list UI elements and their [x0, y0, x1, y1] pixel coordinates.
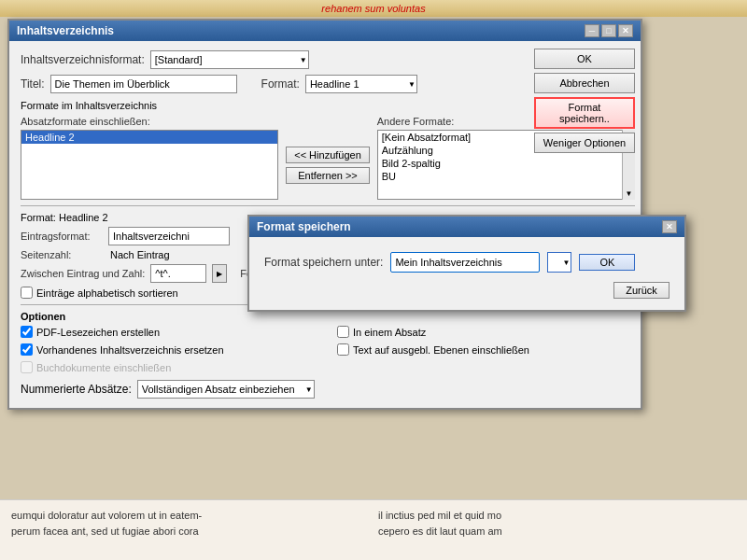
list-item-headline2[interactable]: Headline 2: [21, 131, 277, 144]
sort-label: Einträge alphabetisch sortieren: [36, 287, 178, 299]
checkbox1-label: PDF-Lesezeichen erstellen: [36, 327, 160, 338]
checkbox5[interactable]: [337, 343, 349, 356]
close-button[interactable]: ✕: [618, 24, 633, 37]
checkbox2-label: Vorhandenes Inhaltsverzeichnis ersetzen: [36, 344, 224, 356]
zwischen-expand-btn[interactable]: ▶: [212, 264, 227, 283]
titlebar-buttons: ─ □ ✕: [585, 24, 633, 37]
checkbox3-label: Buchdokumente einschließen: [36, 362, 171, 373]
format-save-label: Format speichern unter:: [264, 256, 383, 269]
main-dialog-title: Inhaltsverzeichnis: [17, 24, 114, 37]
absatz-listbox[interactable]: Headline 2: [21, 130, 278, 200]
main-dialog-titlebar: Inhaltsverzeichnis ─ □ ✕: [9, 21, 641, 41]
check-col-left: PDF-Lesezeichen erstellen Vorhandenes In…: [21, 326, 318, 376]
checkbox4-label: In einem Absatz: [353, 327, 426, 338]
numbering-row: Nummerierte Absätze: Vollständigen Absat…: [21, 380, 635, 399]
weniger-button[interactable]: Weniger Optionen: [534, 133, 635, 153]
scroll-down-arrow[interactable]: ▼: [626, 189, 633, 198]
format-save-body: Format speichern unter: ▼ OK Zurück: [249, 237, 684, 310]
doc-bottom-left-text: eumqui doloratur aut volorem ut in eatem…: [11, 510, 202, 537]
format-right-select[interactable]: Headline 1: [305, 75, 417, 93]
num-select[interactable]: Vollständigen Absatz einbeziehen: [137, 380, 315, 399]
doc-bottom-area: eumqui doloratur aut volorem ut in eatem…: [0, 499, 747, 560]
title-input[interactable]: [50, 75, 237, 93]
options-checkboxes: PDF-Lesezeichen erstellen Vorhandenes In…: [21, 326, 635, 376]
checkbox4-row: In einem Absatz: [337, 326, 635, 338]
format-name-select-wrapper: ▼: [547, 252, 571, 273]
checkbox1[interactable]: [21, 326, 33, 338]
checkbox4[interactable]: [337, 326, 349, 338]
format-save-titlebar: Format speichern ✕: [249, 217, 684, 237]
entry-format-label: Eintragsformat:: [21, 231, 105, 242]
seitenzahl-label: Seitenzahl:: [21, 249, 105, 260]
seitenzahl-value: Nach Eintrag: [110, 249, 170, 260]
format-ok-button[interactable]: OK: [579, 254, 635, 271]
left-column: Absatzformate einschließen: Headline 2: [21, 116, 278, 200]
doc-bottom-left: eumqui doloratur aut volorem ut in eatem…: [11, 508, 369, 539]
absatz-label: Absatzformate einschließen:: [21, 116, 278, 127]
separator1: [21, 205, 635, 206]
checkbox5-label: Text auf ausgebl. Ebenen einschließen: [353, 344, 529, 356]
ok-button[interactable]: OK: [534, 49, 635, 69]
doc-top-text: rehanem sum voluntas: [321, 3, 425, 14]
format-right-label: Format:: [261, 77, 300, 91]
zwischen-input[interactable]: [150, 264, 206, 283]
doc-top-bar: rehanem sum voluntas: [0, 0, 747, 17]
maximize-button[interactable]: □: [601, 24, 616, 37]
checkbox5-row: Text auf ausgebl. Ebenen einschließen: [337, 343, 635, 356]
abbrechen-button[interactable]: Abbrechen: [534, 73, 635, 93]
format-close-button[interactable]: ✕: [662, 220, 677, 233]
right-buttons: OK Abbrechen Format speichern.. Weniger …: [529, 41, 641, 161]
sort-checkbox[interactable]: [21, 287, 33, 299]
format-bottom-label: Format: Headline 2: [21, 212, 108, 223]
zwischen-label: Zwischen Eintrag und Zahl:: [21, 268, 145, 279]
format-name-select[interactable]: [547, 252, 571, 273]
zurück-button[interactable]: Zurück: [613, 282, 669, 299]
remove-button[interactable]: Entfernen >>: [286, 167, 370, 184]
format-label: Inhaltsverzeichnisformat:: [21, 53, 145, 66]
num-select-wrapper: Vollständigen Absatz einbeziehen ▼: [137, 380, 315, 399]
add-button[interactable]: << Hinzufügen: [286, 147, 370, 163]
doc-bottom-right: il inctius ped mil et quid mo cepero es …: [378, 508, 736, 539]
options-section: Optionen PDF-Lesezeichen erstellen Vorha…: [21, 311, 635, 399]
checkbox1-row: PDF-Lesezeichen erstellen: [21, 326, 318, 338]
checkbox2-row: Vorhandenes Inhaltsverzeichnis ersetzen: [21, 343, 318, 356]
title-label: Titel:: [21, 77, 45, 91]
format-save-title: Format speichern: [257, 220, 351, 233]
checkbox3-row: Buchdokumente einschließen: [21, 361, 318, 373]
checkbox2[interactable]: [21, 343, 33, 356]
format-save-button[interactable]: Format speichern..: [534, 97, 635, 129]
format-select[interactable]: [Standard]: [150, 50, 309, 69]
check-col-right: In einem Absatz Text auf ausgebl. Ebenen…: [337, 326, 635, 376]
minimize-button[interactable]: ─: [585, 24, 599, 37]
format-zurück-row: Zurück: [264, 282, 669, 299]
doc-bottom-right-text: il inctius ped mil et quid mo cepero es …: [378, 510, 502, 537]
entry-format-input[interactable]: [108, 227, 230, 245]
num-label: Nummerierte Absätze:: [21, 383, 132, 396]
format-right-wrapper: Headline 1 ▼: [305, 75, 417, 93]
checkbox3: [21, 361, 33, 373]
format-select-wrapper: [Standard] ▼: [150, 50, 309, 69]
section-title-text: Formate im Inhaltsverzeichnis: [21, 100, 157, 111]
format-titlebar-buttons: ✕: [662, 220, 677, 233]
format-save-dialog: Format speichern ✕ Format speichern unte…: [247, 215, 686, 312]
options-title: Optionen: [21, 311, 635, 322]
format-name-input[interactable]: [390, 252, 540, 273]
format-save-row: Format speichern unter: ▼ OK: [264, 252, 669, 273]
middle-buttons: << Hinzufügen Entfernen >>: [286, 116, 370, 200]
list-item-bu[interactable]: BU: [378, 170, 634, 183]
